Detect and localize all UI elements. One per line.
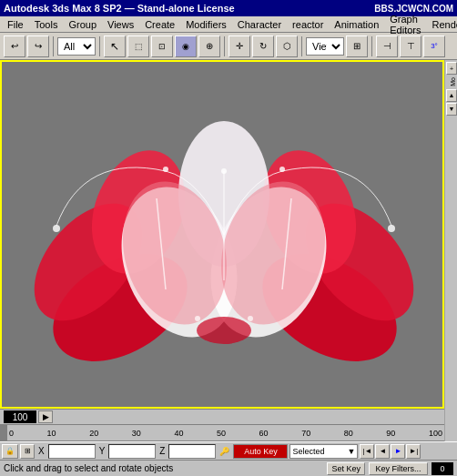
lock-button[interactable]: 🔒 [2, 444, 18, 459]
svg-point-19 [248, 316, 253, 321]
tick-30: 30 [132, 429, 141, 438]
tick-0: 0 [9, 429, 14, 438]
z-field[interactable] [168, 444, 216, 459]
play-button[interactable]: ► [391, 444, 405, 459]
svg-point-15 [388, 225, 395, 232]
svg-point-14 [163, 167, 168, 172]
z-label: Z [157, 446, 167, 456]
view-dropdown[interactable]: View [306, 37, 344, 56]
select-crossing-tool[interactable]: ⊡ [151, 35, 173, 57]
snap-angle[interactable]: 3° [423, 35, 445, 57]
bottom-status: Click and drag to select and rotate obje… [0, 460, 457, 476]
svg-point-17 [221, 168, 227, 174]
x-label: X [36, 446, 46, 456]
scale-tool[interactable]: ⬡ [276, 35, 298, 57]
tick-70: 70 [301, 429, 310, 438]
menu-graph-editors[interactable]: Graph Editors [384, 16, 426, 32]
right-side-panel: + Mo ▲ ▼ [444, 60, 457, 441]
sep2 [99, 36, 100, 56]
select-tool[interactable]: ↖ [104, 35, 126, 57]
panel-label-mo: Mo [446, 76, 456, 88]
dropdown-arrow: ▼ [348, 447, 356, 456]
menu-rendering[interactable]: Rendering [427, 16, 457, 32]
status-row: 🔒 ⊞ X Y Z 🔑 Auto Key Selected ▼ |◄ ◄ ► ►… [0, 441, 457, 460]
select-region-tool[interactable]: ⬚ [127, 35, 149, 57]
use-pivot[interactable]: ⊞ [346, 35, 368, 57]
menu-modifiers[interactable]: Modifiers [180, 16, 232, 32]
select-filter-dropdown[interactable]: All [57, 37, 96, 56]
sep3 [224, 36, 225, 56]
title-bar: Autodesk 3ds Max 8 SP2 — Stand-alone Lic… [0, 0, 457, 16]
menu-character[interactable]: Character [232, 16, 287, 32]
svg-point-16 [279, 167, 285, 172]
tick-80: 80 [344, 429, 353, 438]
menu-file[interactable]: File [2, 16, 29, 32]
tick-100: 100 [429, 429, 442, 438]
timeline-ruler: 0 10 20 30 40 50 60 70 80 90 100 [0, 425, 444, 441]
menu-animation[interactable]: Animation [329, 16, 384, 32]
y-label: Y [97, 446, 107, 456]
goto-start-button[interactable]: |◄ [360, 444, 374, 459]
svg-point-18 [195, 316, 200, 321]
3d-flower-scene [2, 62, 444, 371]
tick-40: 40 [174, 429, 183, 438]
mirror-tool[interactable]: ⊣ [376, 35, 398, 57]
y-field[interactable] [108, 444, 156, 459]
align-tool[interactable]: ⊤ [400, 35, 421, 57]
tick-90: 90 [386, 429, 395, 438]
sep1 [53, 36, 54, 56]
sep4 [301, 36, 302, 56]
playback-controls: |◄ ◄ ► ►| [360, 444, 421, 459]
tick-10: 10 [47, 429, 56, 438]
x-field[interactable] [48, 444, 96, 459]
site-text: BBS.JCWCN.COM [374, 4, 453, 14]
menu-group[interactable]: Group [63, 16, 102, 32]
timeline-ticks: 0 10 20 30 40 50 60 70 80 90 100 [7, 429, 444, 438]
content-row: 100 ▶ 0 10 20 30 40 50 60 70 80 90 100 [0, 60, 457, 441]
paint-selection-tool[interactable]: ⊕ [198, 35, 220, 57]
panel-scroll-up[interactable]: ▲ [446, 89, 457, 102]
frame-counter-row: 100 ▶ [0, 409, 444, 425]
left-content: 100 ▶ 0 10 20 30 40 50 60 70 80 90 100 [0, 60, 444, 441]
menu-bar: File Tools Group Views Create Modifiers … [0, 16, 457, 33]
panel-btn-1[interactable]: + [446, 62, 457, 75]
undo-button[interactable]: ↩ [4, 35, 25, 57]
tick-60: 60 [259, 429, 269, 438]
auto-key-button[interactable]: Auto Key [233, 444, 288, 459]
frame-slider-handle[interactable]: ▶ [38, 410, 53, 423]
grid-toggle[interactable]: ⊞ [20, 444, 35, 459]
selected-dropdown[interactable]: Selected ▼ [289, 444, 358, 459]
sep5 [371, 36, 372, 56]
panel-scroll-down[interactable]: ▼ [446, 103, 457, 116]
tick-50: 50 [217, 429, 226, 438]
key-filters-button[interactable]: Key Filters... [369, 462, 428, 475]
main-wrapper: 100 ▶ 0 10 20 30 40 50 60 70 80 90 100 [0, 60, 457, 476]
next-frame-button[interactable]: ►| [406, 444, 421, 459]
viewport[interactable] [0, 60, 444, 409]
menu-create[interactable]: Create [139, 16, 180, 32]
prev-frame-button[interactable]: ◄ [375, 444, 390, 459]
set-key-button[interactable]: Set Key [327, 462, 365, 475]
menu-views[interactable]: Views [102, 16, 139, 32]
current-frame-display[interactable]: 0 [432, 462, 453, 475]
selected-label: Selected [292, 447, 324, 456]
tick-20: 20 [89, 429, 98, 438]
redo-button[interactable]: ↪ [27, 35, 49, 57]
svg-point-12 [197, 317, 251, 344]
title-text: Autodesk 3ds Max 8 SP2 — Stand-alone Lic… [4, 3, 235, 14]
svg-point-13 [53, 225, 60, 232]
key-icon: 🔑 [218, 447, 231, 456]
toolbar: ↩ ↪ All ↖ ⬚ ⊡ ◉ ⊕ ✛ ↻ ⬡ View ⊞ ⊣ ⊤ 3° [0, 33, 457, 60]
move-tool[interactable]: ✛ [228, 35, 250, 57]
lasso-tool[interactable]: ◉ [175, 35, 197, 57]
status-hint: Click and drag to select and rotate obje… [4, 463, 323, 473]
timeline-start-marker [0, 425, 7, 441]
frame-counter[interactable]: 100 [4, 410, 36, 423]
menu-tools[interactable]: Tools [29, 16, 64, 32]
rotate-tool[interactable]: ↻ [252, 35, 274, 57]
menu-reactor[interactable]: reactor [287, 16, 329, 32]
